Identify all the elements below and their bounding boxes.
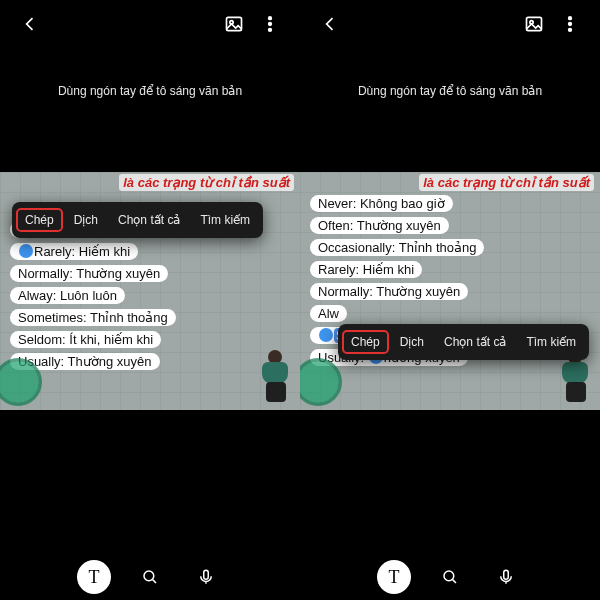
selection-handle-icon[interactable] bbox=[19, 244, 33, 258]
ocr-line[interactable]: Never: Không bao giờ bbox=[310, 195, 453, 212]
top-bar bbox=[0, 0, 300, 48]
back-button[interactable] bbox=[12, 6, 48, 42]
selection-handle-icon[interactable] bbox=[319, 328, 333, 342]
more-vertical-icon bbox=[260, 14, 280, 34]
context-menu: Chép Dịch Chọn tất cả Tìm kiếm bbox=[338, 324, 589, 360]
screen-right: Dùng ngón tay để tô sáng văn bản là các … bbox=[300, 0, 600, 600]
gallery-button[interactable] bbox=[216, 6, 252, 42]
instruction-text: Dùng ngón tay để tô sáng văn bản bbox=[0, 48, 300, 128]
svg-rect-13 bbox=[504, 570, 509, 579]
context-menu: Chép Dịch Chọn tất cả Tìm kiếm bbox=[12, 202, 263, 238]
mic-mode-button[interactable] bbox=[489, 560, 523, 594]
mic-mode-button[interactable] bbox=[189, 560, 223, 594]
svg-point-3 bbox=[269, 23, 272, 26]
ctx-search[interactable]: Tìm kiếm bbox=[517, 330, 585, 354]
person-decoration bbox=[258, 350, 298, 404]
svg-point-4 bbox=[269, 29, 272, 32]
ocr-line[interactable]: Sometimes: Thỉnh thoảng bbox=[10, 309, 176, 326]
svg-rect-0 bbox=[227, 17, 242, 30]
photo-area: là các trạng từ chỉ tần suất Occasionall… bbox=[0, 172, 300, 410]
svg-point-12 bbox=[444, 571, 454, 581]
ctx-select-all[interactable]: Chọn tất cả bbox=[435, 330, 515, 354]
ocr-line[interactable]: Often: Thường xuyên bbox=[310, 217, 449, 234]
ocr-line[interactable]: Alw bbox=[310, 305, 347, 322]
search-icon bbox=[141, 568, 159, 586]
more-vertical-icon bbox=[560, 14, 580, 34]
image-icon bbox=[224, 14, 244, 34]
ctx-copy[interactable]: Chép bbox=[342, 330, 389, 354]
text-mode-button[interactable]: T bbox=[77, 560, 111, 594]
ocr-line[interactable]: Rarely: Hiếm khi bbox=[10, 243, 138, 260]
ctx-translate[interactable]: Dịch bbox=[391, 330, 433, 354]
bottom-bar: T bbox=[300, 560, 600, 594]
ocr-line[interactable]: Rarely: Hiếm khi bbox=[310, 261, 422, 278]
ocr-line[interactable]: Normally: Thường xuyên bbox=[10, 265, 168, 282]
top-bar bbox=[300, 0, 600, 48]
gallery-button[interactable] bbox=[516, 6, 552, 42]
caption-red: là các trạng từ chỉ tần suất bbox=[419, 174, 594, 191]
ctx-select-all[interactable]: Chọn tất cả bbox=[109, 208, 189, 232]
ocr-line[interactable]: Normally: Thường xuyên bbox=[310, 283, 468, 300]
search-mode-button[interactable] bbox=[133, 560, 167, 594]
svg-rect-6 bbox=[204, 570, 209, 579]
svg-point-11 bbox=[569, 29, 572, 32]
bottom-bar: T bbox=[0, 560, 300, 594]
mic-icon bbox=[197, 568, 215, 586]
ctx-search[interactable]: Tìm kiếm bbox=[191, 208, 259, 232]
ocr-line[interactable]: Seldom: Ít khi, hiếm khi bbox=[10, 331, 161, 348]
text-lines-left[interactable]: Occasionally: Thỉnh thoảngRarely: Hiếm k… bbox=[10, 220, 204, 374]
more-button[interactable] bbox=[252, 6, 288, 42]
ocr-line[interactable]: Alway: Luôn luôn bbox=[10, 287, 125, 304]
text-mode-icon: T bbox=[389, 567, 400, 588]
svg-point-2 bbox=[269, 17, 272, 20]
svg-rect-7 bbox=[527, 17, 542, 30]
mic-icon bbox=[497, 568, 515, 586]
ctx-copy[interactable]: Chép bbox=[16, 208, 63, 232]
more-button[interactable] bbox=[552, 6, 588, 42]
back-button[interactable] bbox=[312, 6, 348, 42]
chevron-left-icon bbox=[320, 14, 340, 34]
ocr-line[interactable]: Occasionally: Thỉnh thoảng bbox=[310, 239, 484, 256]
instruction-text: Dùng ngón tay để tô sáng văn bản bbox=[300, 48, 600, 128]
svg-point-5 bbox=[144, 571, 154, 581]
text-mode-button[interactable]: T bbox=[377, 560, 411, 594]
caption-red: là các trạng từ chỉ tần suất bbox=[119, 174, 294, 191]
photo-area: là các trạng từ chỉ tần suất Never: Khôn… bbox=[300, 172, 600, 410]
chevron-left-icon bbox=[20, 14, 40, 34]
screen-left: Dùng ngón tay để tô sáng văn bản là các … bbox=[0, 0, 300, 600]
search-mode-button[interactable] bbox=[433, 560, 467, 594]
ctx-translate[interactable]: Dịch bbox=[65, 208, 107, 232]
search-icon bbox=[441, 568, 459, 586]
image-icon bbox=[524, 14, 544, 34]
text-mode-icon: T bbox=[89, 567, 100, 588]
svg-point-10 bbox=[569, 23, 572, 26]
svg-point-9 bbox=[569, 17, 572, 20]
